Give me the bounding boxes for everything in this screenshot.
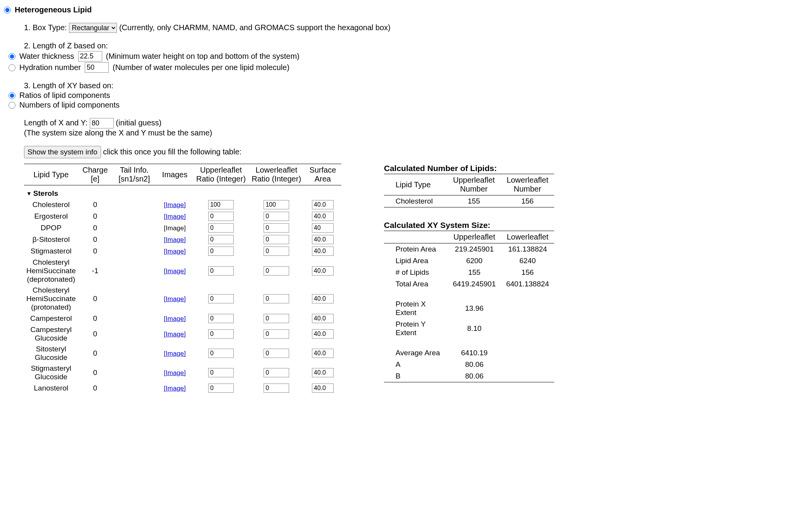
surface-area-input[interactable] bbox=[312, 247, 334, 256]
z-hydration-number-input[interactable] bbox=[85, 62, 109, 73]
calc-xy-row: Protein X Extent13.96 bbox=[384, 298, 554, 319]
calc-xy-upper: 80.06 bbox=[448, 359, 501, 370]
calc-xy-row: Protein Area219.245901161.138824 bbox=[384, 243, 554, 255]
calc-xy-row: Protein Y Extent8.10 bbox=[384, 319, 554, 339]
lipid-image-link[interactable]: [Image] bbox=[164, 385, 186, 392]
calc-xy-row: Average Area6410.19 bbox=[384, 347, 554, 359]
surface-area-input[interactable] bbox=[312, 294, 334, 303]
lipid-name: CholesterylHemiSuccinate(protonated) bbox=[24, 285, 78, 313]
xy-ratio-radio[interactable] bbox=[9, 92, 15, 99]
surface-area-input[interactable] bbox=[312, 235, 334, 244]
surface-area-input[interactable] bbox=[312, 223, 334, 233]
z-hydration-number-radio[interactable] bbox=[9, 64, 15, 71]
th-calc-lower: LowerleafletNumber bbox=[501, 174, 554, 195]
lipid-image-link[interactable]: [Image] bbox=[164, 295, 186, 303]
upperleaflet-ratio-input[interactable] bbox=[208, 235, 234, 244]
lipid-tail bbox=[112, 257, 156, 285]
upperleaflet-ratio-input[interactable] bbox=[208, 223, 234, 233]
lipid-charge: 0 bbox=[78, 234, 112, 245]
lipid-image-link[interactable]: [Image] bbox=[164, 201, 186, 209]
lipid-name: Campesterol bbox=[24, 313, 78, 324]
box-type-num: 1. bbox=[24, 23, 31, 32]
calc-xy-upper: 155 bbox=[448, 267, 501, 278]
xy-size-input[interactable] bbox=[90, 118, 114, 128]
upperleaflet-ratio-input[interactable] bbox=[208, 368, 234, 377]
lipid-charge: 0 bbox=[78, 382, 112, 394]
surface-area-input[interactable] bbox=[312, 368, 334, 377]
calc-lipid-lower: 156 bbox=[501, 195, 554, 207]
lipid-name: StigmasterylGlucoside bbox=[24, 363, 78, 382]
surface-area-input[interactable] bbox=[312, 212, 334, 221]
lipid-tail bbox=[112, 199, 156, 211]
lowerleaflet-ratio-input[interactable] bbox=[264, 329, 289, 339]
lipid-image-link-disabled: [Image] bbox=[164, 224, 186, 232]
calc-xy-label: Total Area bbox=[384, 278, 448, 290]
xy-number-radio[interactable] bbox=[9, 102, 15, 109]
surface-area-input[interactable] bbox=[312, 329, 334, 339]
th-calc-upper: UpperleafletNumber bbox=[447, 174, 500, 195]
lowerleaflet-ratio-input[interactable] bbox=[264, 384, 289, 393]
lipid-image-link[interactable]: [Image] bbox=[164, 350, 186, 357]
calc-xy-title: Calculated XY System Size: bbox=[384, 221, 554, 231]
lipid-name: DPOP bbox=[24, 222, 78, 234]
th-upper: UpperleafletRatio (Integer) bbox=[193, 164, 248, 185]
z-water-thickness-input[interactable] bbox=[78, 51, 102, 62]
z-water-thickness-note: (Minimum water height on top and bottom … bbox=[106, 52, 300, 61]
lowerleaflet-ratio-input[interactable] bbox=[264, 223, 289, 233]
lowerleaflet-ratio-input[interactable] bbox=[264, 349, 289, 358]
upperleaflet-ratio-input[interactable] bbox=[208, 200, 234, 209]
lipid-row: DPOP0[Image] bbox=[24, 222, 341, 234]
lowerleaflet-ratio-input[interactable] bbox=[264, 314, 289, 323]
surface-area-input[interactable] bbox=[312, 314, 334, 323]
lipid-ratio-table: Lipid Type Charge[e] Tail Info.[sn1/sn2]… bbox=[24, 164, 341, 394]
lipid-charge: 0 bbox=[78, 285, 112, 313]
lipid-section-sterols[interactable]: ▼Sterols bbox=[24, 185, 341, 199]
z-water-thickness-radio[interactable] bbox=[9, 53, 15, 60]
upperleaflet-ratio-input[interactable] bbox=[208, 329, 234, 339]
lipid-row: Lanosterol0[Image] bbox=[24, 382, 341, 394]
mode-heterogeneous-radio[interactable] bbox=[4, 7, 11, 14]
show-system-info-button[interactable]: Show the system info bbox=[24, 146, 101, 158]
box-type-select[interactable]: Rectangular bbox=[69, 23, 117, 33]
calc-xy-lower bbox=[501, 370, 554, 382]
lowerleaflet-ratio-input[interactable] bbox=[264, 294, 289, 303]
lipid-image-link[interactable]: [Image] bbox=[164, 315, 186, 322]
lipid-image-link[interactable]: [Image] bbox=[164, 248, 186, 255]
collapse-triangle-icon: ▼ bbox=[26, 190, 32, 197]
upperleaflet-ratio-input[interactable] bbox=[208, 294, 234, 303]
lipid-row: Cholesterol0[Image] bbox=[24, 199, 341, 211]
lipid-row: Campesterol0[Image] bbox=[24, 313, 341, 324]
lowerleaflet-ratio-input[interactable] bbox=[264, 200, 289, 209]
upperleaflet-ratio-input[interactable] bbox=[208, 247, 234, 256]
calc-xy-row: Lipid Area62006240 bbox=[384, 255, 554, 267]
surface-area-input[interactable] bbox=[312, 384, 334, 393]
lipid-charge: 0 bbox=[78, 245, 112, 257]
surface-area-input[interactable] bbox=[312, 266, 334, 276]
lowerleaflet-ratio-input[interactable] bbox=[264, 247, 289, 256]
lowerleaflet-ratio-input[interactable] bbox=[264, 368, 289, 377]
calc-xy-lower: 6240 bbox=[501, 255, 554, 267]
lipid-image-link[interactable]: [Image] bbox=[164, 267, 186, 275]
lowerleaflet-ratio-input[interactable] bbox=[264, 235, 289, 244]
lipid-image-link[interactable]: [Image] bbox=[164, 330, 186, 338]
lipid-image-link[interactable]: [Image] bbox=[164, 213, 186, 220]
upperleaflet-ratio-input[interactable] bbox=[208, 212, 234, 221]
surface-area-input[interactable] bbox=[312, 200, 334, 209]
calc-xy-lower: 161.138824 bbox=[501, 243, 554, 255]
lowerleaflet-ratio-input[interactable] bbox=[264, 266, 289, 276]
calc-xy-row: A80.06 bbox=[384, 359, 554, 370]
surface-area-input[interactable] bbox=[312, 349, 334, 358]
calc-xy-label: # of Lipids bbox=[384, 267, 448, 278]
upperleaflet-ratio-input[interactable] bbox=[208, 349, 234, 358]
upperleaflet-ratio-input[interactable] bbox=[208, 384, 234, 393]
lipid-tail bbox=[112, 211, 156, 222]
calc-xy-lower: 156 bbox=[501, 267, 554, 278]
th-charge: Charge[e] bbox=[78, 164, 112, 185]
th-xy-upper: Upperleaflet bbox=[448, 231, 501, 243]
xy-number-label: Numbers of lipid components bbox=[19, 101, 120, 110]
lipid-image-link[interactable]: [Image] bbox=[164, 236, 186, 243]
lowerleaflet-ratio-input[interactable] bbox=[264, 212, 289, 221]
upperleaflet-ratio-input[interactable] bbox=[208, 314, 234, 323]
upperleaflet-ratio-input[interactable] bbox=[208, 266, 234, 276]
lipid-image-link[interactable]: [Image] bbox=[164, 369, 186, 377]
